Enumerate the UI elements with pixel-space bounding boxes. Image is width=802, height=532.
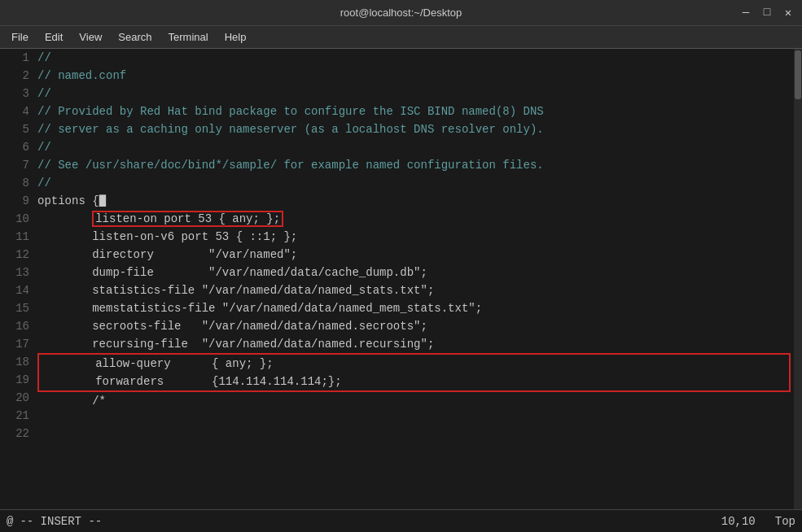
line-number: 5	[3, 120, 29, 138]
code-line: statistics-file "/var/named/data/named_s…	[37, 281, 791, 299]
line-number: 21	[3, 407, 29, 425]
maximize-button[interactable]: □	[760, 6, 774, 20]
title-bar: root@localhost:~/Desktop — □ ✕	[0, 0, 802, 26]
line-number: 19	[3, 371, 29, 389]
code-line: // See /usr/share/doc/bind*/sample/ for …	[37, 156, 791, 174]
code-line: recursing-file "/var/named/data/named.re…	[37, 335, 791, 353]
insert-mode: -- INSERT --	[20, 515, 102, 528]
window-title: root@localhost:~/Desktop	[340, 7, 462, 19]
scroll-position: Top	[775, 515, 795, 528]
scrollbar[interactable]	[794, 49, 802, 509]
line-number: 11	[3, 228, 29, 246]
code-text: options {	[37, 194, 99, 207]
code-line: // named.conf	[37, 67, 791, 85]
code-line: // Provided by Red Hat bind package to c…	[37, 102, 791, 120]
menu-terminal[interactable]: Terminal	[160, 29, 217, 45]
code-line: options {█	[37, 192, 791, 210]
line-number: 4	[3, 102, 29, 120]
line-number: 1	[3, 49, 29, 67]
line-number: 22	[3, 425, 29, 443]
code-area: 12345678910111213141516171819202122 ////…	[0, 49, 802, 509]
cursor-position: 10,10	[721, 515, 756, 528]
editor[interactable]: 12345678910111213141516171819202122 ////…	[0, 49, 802, 509]
menu-search[interactable]: Search	[110, 29, 160, 45]
menu-help[interactable]: Help	[217, 29, 255, 45]
code-line: listen-on-v6 port 53 { ::1; };	[37, 228, 791, 246]
code-indent	[37, 212, 92, 225]
code-content[interactable]: //// named.conf//// Provided by Red Hat …	[34, 49, 794, 509]
line-number: 18	[3, 353, 29, 371]
code-line: directory "/var/named";	[37, 246, 791, 264]
code-line: //	[37, 85, 791, 102]
line-number: 6	[3, 138, 29, 156]
line-number: 2	[3, 67, 29, 85]
line-number: 12	[3, 246, 29, 264]
boxed-code: listen-on port 53 { any; };	[92, 211, 283, 227]
code-line: secroots-file "/var/named/data/named.sec…	[37, 317, 791, 335]
line-numbers: 12345678910111213141516171819202122	[0, 49, 34, 509]
code-line: /*	[37, 392, 791, 410]
cursor: █	[99, 194, 106, 207]
code-line: allow-query { any; };	[37, 353, 791, 373]
status-right: 10,10 Top	[721, 515, 795, 528]
code-line: dump-file "/var/named/data/cache_dump.db…	[37, 264, 791, 281]
status-bar: @ -- INSERT -- 10,10 Top	[0, 509, 802, 532]
code-line: //	[37, 174, 791, 192]
line-number: 10	[3, 210, 29, 228]
close-button[interactable]: ✕	[781, 6, 795, 20]
line-number: 7	[3, 156, 29, 174]
line-number: 16	[3, 317, 29, 335]
menu-edit[interactable]: Edit	[37, 29, 71, 45]
code-line: forwarders {114.114.114.114;};	[37, 373, 791, 392]
code-line: memstatistics-file "/var/named/data/name…	[37, 299, 791, 317]
line-number: 8	[3, 174, 29, 192]
line-number: 13	[3, 264, 29, 281]
menu-bar: File Edit View Search Terminal Help	[0, 26, 802, 49]
scrollbar-thumb[interactable]	[795, 50, 801, 99]
code-line: //	[37, 138, 791, 156]
code-line: //	[37, 49, 791, 67]
code-line: // server as a caching only nameserver (…	[37, 120, 791, 138]
minimize-button[interactable]: —	[738, 6, 753, 20]
at-symbol: @	[7, 515, 13, 528]
line-number: 17	[3, 335, 29, 353]
line-number: 15	[3, 299, 29, 317]
line-number: 14	[3, 281, 29, 299]
window-controls[interactable]: — □ ✕	[738, 6, 795, 20]
line-number: 9	[3, 192, 29, 210]
menu-file[interactable]: File	[3, 29, 37, 45]
line-number: 3	[3, 85, 29, 102]
menu-view[interactable]: View	[71, 29, 110, 45]
status-left: @ -- INSERT --	[7, 515, 102, 528]
line-number: 20	[3, 389, 29, 407]
code-line: listen-on port 53 { any; };	[37, 210, 791, 228]
